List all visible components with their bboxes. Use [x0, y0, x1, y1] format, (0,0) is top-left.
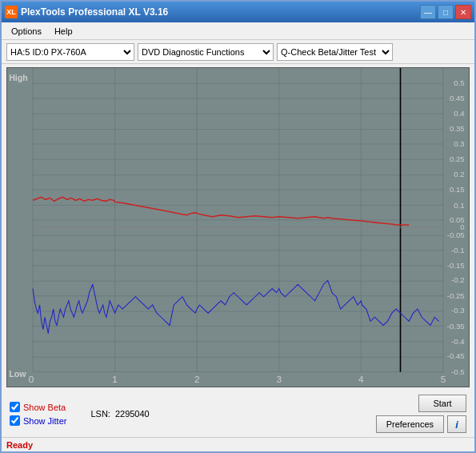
svg-text:Low: Low: [9, 370, 26, 379]
main-window: XL PlexTools Professional XL V3.16 — □ ✕…: [0, 0, 476, 453]
preferences-button[interactable]: Preferences: [376, 415, 444, 433]
minimize-button[interactable]: —: [420, 5, 436, 19]
chart-area: High Low: [6, 67, 470, 387]
show-beta-row: Show Beta: [10, 402, 66, 412]
svg-text:-0.2: -0.2: [451, 276, 465, 285]
lsn-area: LSN: 2295040: [90, 409, 367, 419]
bottom-controls: Show Beta Show Jitter LSN: 2295040 Start…: [2, 391, 474, 437]
lsn-value: 2295040: [115, 409, 150, 419]
checkbox-group: Show Beta Show Jitter: [10, 402, 66, 426]
close-button[interactable]: ✕: [455, 5, 471, 19]
svg-text:0.5: 0.5: [454, 79, 464, 88]
svg-text:0.2: 0.2: [454, 170, 464, 178]
svg-text:-0.4: -0.4: [451, 337, 465, 346]
svg-text:0.35: 0.35: [450, 124, 465, 133]
menu-bar: Options Help: [2, 22, 474, 40]
svg-text:-0.45: -0.45: [447, 352, 465, 361]
svg-text:0.25: 0.25: [450, 155, 465, 164]
chart-inner: High Low: [7, 68, 469, 387]
svg-text:-0.15: -0.15: [447, 261, 465, 270]
menu-options[interactable]: Options: [5, 25, 48, 38]
window-title: PlexTools Professional XL V3.16: [21, 6, 168, 18]
svg-text:-0.3: -0.3: [451, 306, 465, 315]
svg-text:-0.35: -0.35: [447, 322, 465, 331]
svg-text:0.1: 0.1: [454, 201, 464, 210]
svg-text:-0.05: -0.05: [447, 231, 465, 239]
top-btn-row: Start: [376, 395, 466, 412]
menu-help[interactable]: Help: [48, 25, 79, 38]
svg-text:0.3: 0.3: [454, 139, 464, 148]
svg-text:-0.25: -0.25: [447, 291, 465, 300]
svg-text:1: 1: [112, 375, 118, 384]
show-beta-label: Show Beta: [23, 403, 66, 412]
show-beta-checkbox[interactable]: [10, 402, 20, 412]
svg-text:0: 0: [29, 375, 34, 384]
svg-text:High: High: [9, 74, 28, 83]
svg-text:-0.5: -0.5: [451, 367, 465, 376]
info-button[interactable]: i: [447, 415, 466, 433]
svg-text:5: 5: [441, 375, 446, 384]
test-select[interactable]: Q-Check Beta/Jitter Test: [277, 43, 393, 61]
svg-text:-0.1: -0.1: [451, 246, 465, 255]
status-text: Ready: [6, 440, 33, 450]
title-bar-buttons: — □ ✕: [420, 5, 471, 19]
bottom-btn-row: Preferences i: [376, 415, 466, 433]
svg-text:0.4: 0.4: [454, 109, 464, 118]
start-button[interactable]: Start: [418, 395, 466, 412]
app-icon: XL: [5, 6, 18, 18]
lsn-label: LSN:: [90, 409, 110, 419]
svg-text:3: 3: [277, 375, 282, 384]
show-jitter-row: Show Jitter: [10, 415, 66, 426]
right-buttons: Start Preferences i: [376, 395, 466, 433]
toolbar: HA:5 ID:0 PX-760A DVD Diagnostic Functio…: [2, 40, 474, 64]
svg-text:0.15: 0.15: [450, 185, 465, 194]
title-bar: XL PlexTools Professional XL V3.16 — □ ✕: [2, 2, 474, 22]
show-jitter-checkbox[interactable]: [10, 415, 20, 426]
status-bar: Ready: [2, 437, 474, 451]
svg-text:2: 2: [194, 375, 200, 384]
svg-text:4: 4: [358, 375, 364, 384]
title-bar-left: XL PlexTools Professional XL V3.16: [5, 6, 168, 18]
drive-select[interactable]: HA:5 ID:0 PX-760A: [6, 43, 134, 61]
show-jitter-label: Show Jitter: [23, 416, 66, 426]
function-select[interactable]: DVD Diagnostic Functions: [138, 43, 274, 61]
maximize-button[interactable]: □: [438, 5, 454, 19]
svg-text:0.45: 0.45: [450, 94, 465, 102]
chart-svg: 0 1 2 3 4 5 0.5 0.45 0.4 0.35 0.3 0.25 0…: [7, 68, 469, 387]
svg-text:0: 0: [460, 222, 464, 231]
